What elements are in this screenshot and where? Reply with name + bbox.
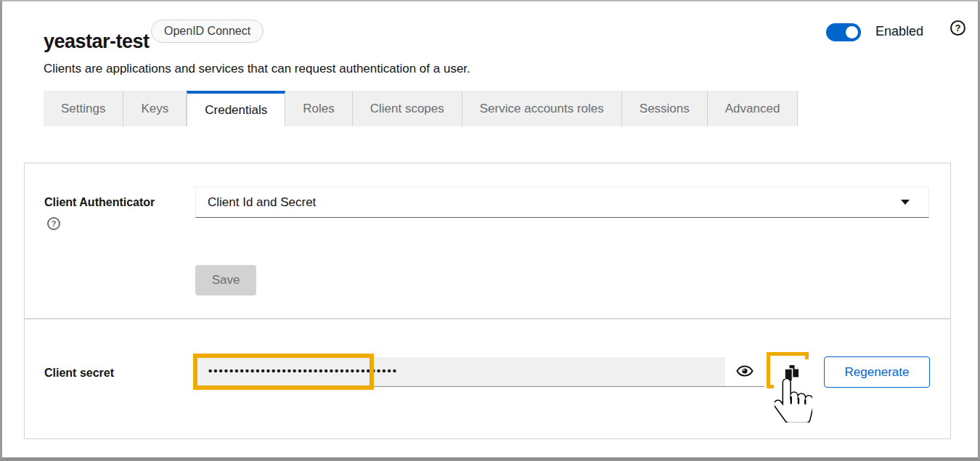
save-button[interactable]: Save: [195, 265, 256, 295]
copy-secret-button[interactable]: [774, 359, 809, 388]
enabled-toggle[interactable]: [826, 23, 861, 41]
regenerate-button[interactable]: Regenerate: [824, 356, 930, 388]
protocol-badge: OpenID Connect: [151, 20, 264, 43]
credentials-panel: Client Authenticator ? Client Id and Sec…: [24, 163, 951, 439]
client-secret-label: Client secret: [44, 367, 114, 380]
client-secret-masked-value: ••••••••••••••••••••••••••••••••••••: [208, 365, 398, 376]
client-secret-group: ••••••••••••••••••••••••••••••••••••: [195, 357, 764, 387]
page-title: yeastar-test: [44, 30, 150, 53]
section-divider: [25, 318, 950, 319]
tab-keys[interactable]: Keys: [123, 91, 187, 126]
client-authenticator-select[interactable]: Client Id and Secret: [195, 187, 929, 218]
copy-icon: [783, 364, 799, 384]
tab-client-scopes[interactable]: Client scopes: [353, 91, 462, 126]
tab-credentials[interactable]: Credentials: [187, 91, 285, 126]
client-authenticator-help-icon[interactable]: ?: [47, 217, 60, 230]
tab-service-accounts-roles[interactable]: Service accounts roles: [462, 91, 622, 126]
client-detail-page: yeastar-test OpenID Connect Enabled ? Cl…: [0, 0, 980, 461]
enabled-label: Enabled: [875, 24, 923, 39]
show-secret-button[interactable]: [725, 357, 764, 387]
tab-settings[interactable]: Settings: [44, 91, 123, 126]
copy-highlight-annotation: [767, 352, 809, 388]
tab-bar: Settings Keys Credentials Roles Client s…: [44, 91, 798, 126]
page-help-icon[interactable]: ?: [950, 20, 965, 36]
client-secret-input[interactable]: ••••••••••••••••••••••••••••••••••••: [195, 357, 725, 387]
eye-icon: [736, 362, 754, 382]
toggle-knob: [846, 26, 858, 38]
tab-advanced[interactable]: Advanced: [708, 91, 799, 126]
page-description: Clients are applications and services th…: [44, 62, 470, 76]
client-authenticator-value: Client Id and Secret: [208, 195, 316, 210]
tab-sessions[interactable]: Sessions: [622, 91, 708, 126]
client-authenticator-label: Client Authenticator: [44, 196, 155, 209]
caret-down-icon: [901, 200, 910, 205]
tab-roles[interactable]: Roles: [285, 91, 352, 126]
